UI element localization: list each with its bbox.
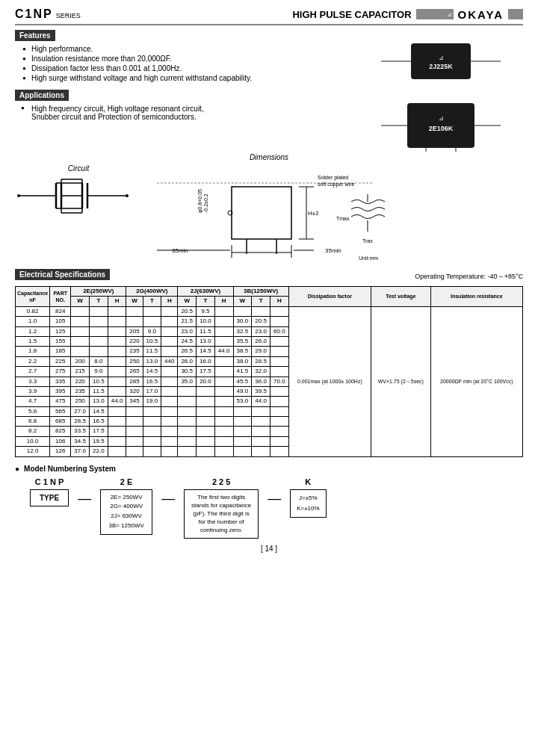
table-cell: 475 (50, 397, 71, 406)
table-cell (178, 427, 197, 436)
table-cell: 44.0 (214, 347, 233, 356)
table-cell (126, 406, 143, 416)
table-cell (270, 336, 288, 346)
table-cell: 44.0 (252, 397, 270, 406)
table-cell (108, 347, 126, 356)
table-cell (270, 306, 288, 316)
table-cell (214, 377, 233, 386)
table-cell: 275 (50, 367, 71, 377)
table-cell (252, 447, 270, 456)
table-cell: 13.0 (197, 336, 215, 346)
table-cell: 23.0 (178, 326, 197, 336)
table-cell (214, 367, 233, 377)
model-225-block: 2 2 5 The first two digits stands for ca… (184, 477, 259, 539)
table-cell: 9.0 (143, 326, 161, 336)
table-cell: 8.2 (16, 427, 50, 436)
table-cell (270, 417, 288, 427)
table-cell: 16.0 (197, 356, 215, 366)
table-cell (252, 427, 270, 436)
table-cell (161, 306, 178, 316)
table-cell (270, 347, 288, 356)
feature-item-3: Dissipation factor less than 0.001 at 1,… (22, 64, 359, 72)
svg-text:Unit:mm: Unit:mm (359, 255, 378, 261)
th-2e: 2E(250WV) (71, 287, 126, 297)
svg-text:Solder plated: Solder plated (318, 175, 348, 181)
table-cell: 36.0 (252, 377, 270, 386)
specs-title: Electrical Specifications (15, 269, 110, 280)
th-2j: 2J(630WV) (178, 287, 233, 297)
table-cell (161, 397, 178, 406)
table-cell (126, 317, 143, 326)
table-cell: 30.5 (178, 367, 197, 377)
svg-rect-2 (411, 43, 471, 79)
svg-text:Tmax: Tmax (336, 216, 350, 221)
th-dissipation: Dissipation factor (288, 287, 371, 307)
table-cell: 335 (50, 377, 71, 386)
dimensions-content: Circuit (15, 164, 523, 263)
table-cell: 27.0 (71, 406, 90, 416)
table-cell (252, 406, 270, 416)
table-cell (71, 306, 90, 316)
model-bullet: ● (15, 465, 19, 473)
model-225-desc: The first two digits stands for capacita… (184, 489, 259, 539)
table-cell: 14.5 (89, 406, 108, 416)
table-cell: 29.0 (252, 347, 270, 356)
table-cell: 1.0 (16, 317, 50, 326)
svg-text:φ0.8+0.05: φ0.8+0.05 (197, 189, 203, 213)
table-cell: 28.5 (71, 417, 90, 427)
table-cell (214, 447, 233, 456)
table-cell (89, 336, 108, 346)
table-cell: 10.5 (89, 377, 108, 386)
specs-header: Electrical Specifications Operating Temp… (15, 269, 523, 284)
capacitor-2-svg: ⊿ 2E106K (381, 99, 501, 152)
table-cell (270, 356, 288, 366)
table-cell: 824 (50, 306, 71, 316)
series-label: SERIES (56, 12, 81, 19)
table-cell (252, 306, 270, 316)
table-cell: 14.5 (197, 347, 215, 356)
table-cell (214, 317, 233, 326)
svg-rect-29 (232, 187, 291, 239)
table-cell: 13.0 (143, 356, 161, 366)
table-cell (270, 436, 288, 446)
top-section: Features High performance. Insulation re… (15, 30, 523, 153)
circuit-svg (15, 176, 134, 217)
table-cell: 11.5 (143, 347, 161, 356)
table-cell: 32.5 (233, 326, 252, 336)
table-cell (89, 326, 108, 336)
table-cell: 44.0 (108, 397, 126, 406)
features-list: High performance. Insulation resistance … (15, 45, 359, 82)
th-2j-t: T (197, 297, 215, 306)
table-cell: 265 (126, 367, 143, 377)
page-number: [ 14 ] (15, 545, 523, 553)
table-cell (161, 367, 178, 377)
table-cell: 345 (126, 397, 143, 406)
table-cell: 23.0 (252, 326, 270, 336)
model-2e-desc: 2E= 250WV 2G= 400WV 2J= 630WV 3B= 1250WV (100, 489, 152, 535)
table-cell (126, 417, 143, 427)
features-section: Features High performance. Insulation re… (15, 30, 359, 82)
table-cell: 10.5 (143, 336, 161, 346)
table-cell: 24.5 (178, 336, 197, 346)
table-cell (108, 317, 126, 326)
table-cell: 685 (50, 417, 71, 427)
table-cell: 155 (50, 336, 71, 346)
svg-text:2E106K: 2E106K (429, 125, 454, 132)
table-cell: 11.5 (89, 386, 108, 396)
table-cell: 16.5 (143, 377, 161, 386)
model-k-code: K (290, 477, 326, 486)
table-cell (214, 406, 233, 416)
table-cell (214, 386, 233, 396)
table-cell (71, 336, 90, 346)
table-cell (270, 406, 288, 416)
svg-text:soft copper wire: soft copper wire (318, 182, 355, 188)
feature-item-1: High performance. (22, 45, 359, 53)
table-row: 0.8282420.59.50.001max (at 1000± 100Hz)W… (16, 306, 523, 316)
table-cell (126, 306, 143, 316)
table-cell (214, 356, 233, 366)
table-cell (214, 326, 233, 336)
table-cell (108, 377, 126, 386)
table-cell: 8.0 (89, 356, 108, 366)
th-2j-w: W (178, 297, 197, 306)
table-cell: 6.8 (16, 417, 50, 427)
